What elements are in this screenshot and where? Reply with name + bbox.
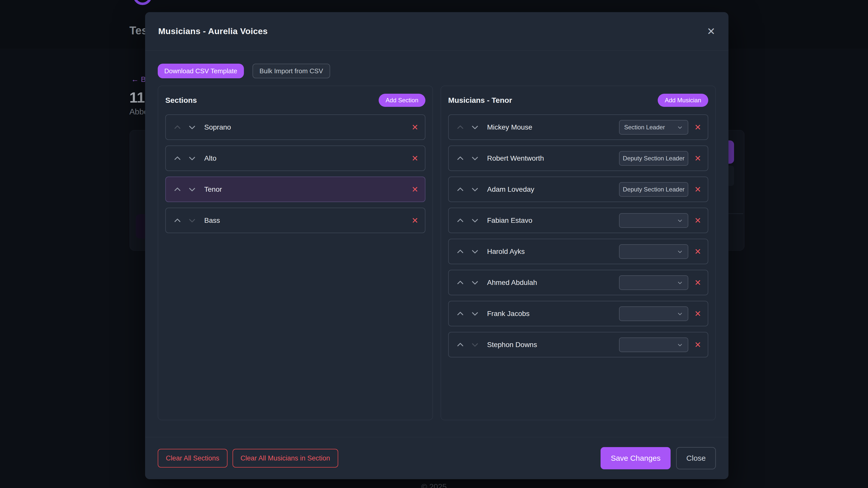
musician-row: Stephon Downs ✕ [448, 332, 708, 357]
remove-section-icon[interactable]: ✕ [411, 123, 418, 131]
role-select-value: Section Leader [624, 124, 665, 131]
move-down-icon[interactable] [470, 339, 480, 350]
sections-panel: Sections Add Section Soprano ✕ Alto ✕ Te… [158, 86, 433, 420]
move-up-icon[interactable] [455, 277, 465, 288]
role-select[interactable] [619, 275, 688, 290]
musician-row: Ahmed Abdulah ✕ [448, 270, 708, 295]
role-select[interactable]: Section Leader [619, 120, 688, 135]
section-row[interactable]: Alto ✕ [165, 145, 425, 171]
move-down-icon[interactable] [470, 215, 480, 226]
save-changes-button[interactable]: Save Changes [600, 447, 671, 469]
remove-musician-icon[interactable]: ✕ [694, 248, 701, 256]
footer-primary-actions: Save Changes Close [600, 447, 716, 469]
modal-header: Musicians - Aurelia Voices ✕ [145, 12, 728, 51]
remove-section-icon[interactable]: ✕ [411, 185, 418, 193]
sections-panel-title: Sections [165, 96, 197, 104]
section-name: Tenor [204, 185, 222, 193]
chevron-down-icon [677, 217, 683, 224]
move-up-icon[interactable] [455, 153, 465, 164]
section-name: Soprano [204, 123, 231, 131]
move-up-icon[interactable] [455, 122, 465, 133]
role-select-value: Deputy Section Leader [623, 186, 684, 193]
remove-musician-icon[interactable]: ✕ [694, 154, 701, 162]
copyright-text: © 2025 [0, 482, 868, 488]
sections-panel-header: Sections Add Section [165, 93, 425, 107]
clear-all-sections-button[interactable]: Clear All Sections [158, 449, 227, 467]
move-up-icon[interactable] [455, 339, 465, 350]
musicians-panel-header: Musicians - Tenor Add Musician [448, 93, 708, 107]
chevron-down-icon [677, 341, 683, 348]
move-down-icon[interactable] [470, 122, 480, 133]
background-divider [728, 214, 743, 214]
musicians-panel: Musicians - Tenor Add Musician Mickey Mo… [441, 86, 716, 420]
musicians-modal: Musicians - Aurelia Voices ✕ Download CS… [145, 12, 728, 479]
footer-danger-actions: Clear All Sections Clear All Musicians i… [158, 449, 338, 467]
remove-section-icon[interactable]: ✕ [411, 217, 418, 225]
move-up-icon[interactable] [173, 184, 183, 195]
panels-container: Sections Add Section Soprano ✕ Alto ✕ Te… [145, 86, 728, 420]
role-select[interactable] [619, 306, 688, 321]
bulk-import-csv-button[interactable]: Bulk Import from CSV [252, 64, 330, 78]
move-up-icon[interactable] [455, 246, 465, 257]
musicians-panel-title: Musicians - Tenor [448, 96, 512, 104]
musician-name: Ahmed Abdulah [487, 279, 537, 287]
csv-toolbar: Download CSV Template Bulk Import from C… [145, 64, 728, 78]
musician-name: Mickey Mouse [487, 123, 532, 131]
musician-row: Fabian Estavo ✕ [448, 207, 708, 233]
move-down-icon[interactable] [470, 184, 480, 195]
add-section-button[interactable]: Add Section [379, 94, 425, 107]
move-up-icon[interactable] [455, 184, 465, 195]
remove-musician-icon[interactable]: ✕ [694, 310, 701, 318]
role-select[interactable] [619, 244, 688, 259]
chevron-down-icon [677, 124, 683, 131]
musician-name: Fabian Estavo [487, 217, 532, 225]
chevron-down-icon [677, 248, 683, 255]
section-row[interactable]: Soprano ✕ [165, 115, 425, 140]
move-up-icon[interactable] [455, 215, 465, 226]
musician-name: Stephon Downs [487, 341, 537, 349]
move-down-icon[interactable] [187, 122, 197, 133]
role-select[interactable]: Deputy Section Leader [619, 182, 688, 197]
close-button[interactable]: Close [676, 447, 716, 469]
move-down-icon[interactable] [470, 246, 480, 257]
role-select-value: Deputy Section Leader [623, 155, 684, 162]
musician-row: Robert Wentworth Deputy Section Leader ✕ [448, 145, 708, 171]
musician-row: Harold Ayks ✕ [448, 239, 708, 264]
add-musician-button[interactable]: Add Musician [658, 94, 708, 107]
musician-name: Harold Ayks [487, 248, 525, 256]
section-row[interactable]: Tenor ✕ [165, 176, 425, 202]
remove-musician-icon[interactable]: ✕ [694, 123, 701, 131]
move-up-icon[interactable] [173, 215, 183, 226]
move-up-icon[interactable] [455, 308, 465, 319]
musician-row: Frank Jacobs ✕ [448, 301, 708, 326]
move-down-icon[interactable] [187, 153, 197, 164]
move-down-icon[interactable] [470, 308, 480, 319]
remove-musician-icon[interactable]: ✕ [694, 185, 701, 193]
musician-row: Adam Loveday Deputy Section Leader ✕ [448, 176, 708, 202]
download-csv-template-button[interactable]: Download CSV Template [158, 64, 244, 78]
section-name: Alto [204, 154, 216, 162]
chevron-down-icon [677, 311, 683, 317]
move-down-icon[interactable] [187, 215, 197, 226]
remove-section-icon[interactable]: ✕ [411, 154, 418, 162]
clear-all-musicians-button[interactable]: Clear All Musicians in Section [232, 449, 338, 467]
remove-musician-icon[interactable]: ✕ [694, 279, 701, 287]
remove-musician-icon[interactable]: ✕ [694, 217, 701, 225]
musicians-list: Mickey Mouse Section Leader ✕ Robert Wen… [448, 115, 708, 357]
modal-footer: Clear All Sections Clear All Musicians i… [145, 437, 728, 479]
avatar-icon[interactable] [133, 0, 152, 5]
chevron-down-icon [677, 280, 683, 286]
move-down-icon[interactable] [187, 184, 197, 195]
remove-musician-icon[interactable]: ✕ [694, 341, 701, 349]
move-down-icon[interactable] [470, 277, 480, 288]
role-select[interactable] [619, 213, 688, 228]
move-down-icon[interactable] [470, 153, 480, 164]
section-row[interactable]: Bass ✕ [165, 207, 425, 233]
role-select[interactable]: Deputy Section Leader [619, 151, 688, 166]
role-select[interactable] [619, 337, 688, 352]
section-name: Bass [204, 217, 220, 225]
close-icon[interactable]: ✕ [707, 26, 715, 36]
musician-row: Mickey Mouse Section Leader ✕ [448, 115, 708, 140]
move-up-icon[interactable] [173, 122, 183, 133]
move-up-icon[interactable] [173, 153, 183, 164]
